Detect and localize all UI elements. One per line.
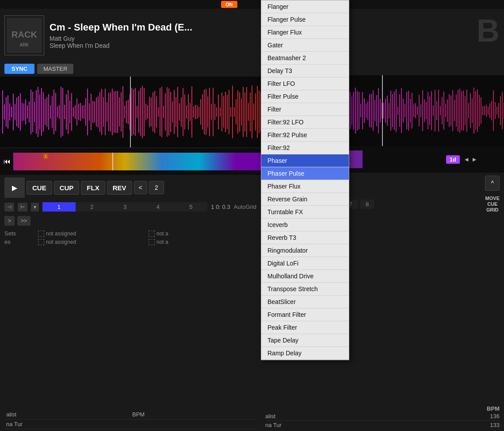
svg-rect-54 [89,103,90,120]
dropdown-item[interactable]: BeatSlicer [261,296,349,308]
dropdown-item[interactable]: Tape Delay [261,334,349,347]
svg-rect-76 [128,100,129,124]
sync-button[interactable]: SYNC [4,64,34,74]
svg-rect-75 [126,101,127,123]
dropdown-item[interactable]: Delay T3 [261,65,349,77]
svg-rect-274 [475,91,476,130]
loop-back-button[interactable]: < [134,181,147,194]
svg-rect-225 [389,103,389,119]
table-cell-2: na Tur [4,420,256,428]
dropdown-item[interactable]: Gater [261,39,349,52]
beat-down-button[interactable]: ▾ [31,203,39,212]
dropdown-item[interactable]: Mulholland Drive [261,270,349,283]
dropdown-item[interactable]: Formant Filter [261,308,349,321]
caret-up-button[interactable]: ^ [485,176,500,191]
dropdown-item[interactable]: Transpose Stretch [261,283,349,296]
master-button[interactable]: MASTER [37,64,73,74]
dropdown-item[interactable]: Filter [261,103,349,116]
svg-rect-120 [206,89,206,135]
play-button[interactable]: ▶ [4,177,25,198]
svg-rect-287 [498,103,499,118]
beat-prev-button[interactable]: ⊣ [4,203,14,212]
cue-button[interactable]: CUE [27,181,52,195]
table-bpm-1: BPM [130,411,256,418]
dropdown-item[interactable]: Reverb T3 [261,231,349,244]
dropdown-item[interactable]: Filter Pulse [261,90,349,103]
svg-rect-84 [142,86,143,139]
dropdown-item[interactable]: Filter LFO [261,77,349,90]
left-waveform [0,77,261,147]
svg-rect-285 [495,102,496,119]
svg-rect-50 [82,105,83,118]
svg-rect-92 [156,96,157,127]
svg-rect-83 [140,88,141,136]
dropdown-item[interactable]: Phaser Pulse [261,167,349,180]
cup-button[interactable]: CUP [54,181,80,195]
dropdown-item[interactable]: Ringmodulator [261,244,349,257]
beat-4: 4 [141,202,175,212]
svg-rect-239 [413,104,414,117]
table-cell-1: alist [4,411,130,418]
dropdown-item[interactable]: Phaser Flux [261,180,349,193]
svg-rect-51 [84,105,84,119]
expand-single-button[interactable]: > [4,216,15,226]
fx-dropdown-menu[interactable]: FlangerFlanger PulseFlanger FluxGaterBea… [261,0,349,360]
svg-rect-277 [481,97,481,124]
dropdown-item[interactable]: Flanger Flux [261,26,349,39]
dropdown-item[interactable]: Filter:92 [261,142,349,154]
dropdown-item[interactable]: Peak Filter [261,321,349,334]
dropdown-item[interactable]: Beatmasher 2 [261,52,349,65]
svg-rect-226 [390,91,391,131]
svg-rect-99 [168,89,169,135]
svg-rect-266 [461,91,462,130]
svg-rect-281 [488,107,489,115]
dropdown-item[interactable]: Digital LoFi [261,257,349,270]
svg-rect-224 [387,96,388,126]
svg-rect-216 [373,90,374,131]
loop-prev-button[interactable]: ◄ [463,156,470,163]
svg-rect-126 [216,107,217,116]
svg-rect-275 [477,89,478,132]
svg-rect-279 [484,106,485,115]
svg-rect-125 [214,104,215,120]
move-cue-grid-label: MOVE CUE GRID [485,196,500,213]
svg-rect-60 [99,92,100,132]
on-toggle[interactable]: ON [221,1,237,8]
rev-button[interactable]: REV [107,181,132,195]
svg-rect-251 [435,90,435,131]
svg-rect-11 [13,93,14,130]
svg-rect-17 [23,104,24,120]
expand-double-button[interactable]: >> [17,216,31,226]
svg-rect-66 [110,92,111,132]
svg-rect-91 [154,91,155,133]
dropdown-item[interactable]: Reverse Grain [261,193,349,206]
svg-rect-124 [213,88,214,136]
dropdown-item[interactable]: Iceverb [261,219,349,231]
dropdown-item[interactable]: Flanger [261,0,349,13]
svg-rect-263 [456,95,457,127]
left-bottom-slots: Sets not assigned not a es not assigned [0,228,261,408]
svg-rect-244 [422,90,423,131]
dropdown-item[interactable]: Ramp Delay [261,347,349,360]
loop-size-button[interactable]: 2 [149,181,164,194]
svg-rect-242 [419,95,420,126]
flx-button[interactable]: FLX [81,181,105,195]
beat-next-button[interactable]: ⊢ [18,203,27,212]
dropdown-item[interactable]: Phaser [261,154,349,167]
dropdown-item[interactable]: Flanger Pulse [261,13,349,26]
svg-rect-41 [66,94,67,129]
svg-rect-101 [172,101,173,123]
svg-rect-131 [225,92,226,132]
track-details: Cm - Sleep When I'm Dead (E... Matt Guy … [50,22,256,49]
beatgrid-numbers: 1 2 3 4 5 [42,202,207,212]
bottom-table: alist BPM na Tur [0,408,261,431]
back-to-start-button[interactable]: ⏮ [4,158,11,165]
svg-rect-247 [428,92,428,130]
svg-rect-204 [351,96,352,125]
dropdown-item[interactable]: Filter:92 LFO [261,116,349,129]
dropdown-item[interactable]: Filter:92 Pulse [261,129,349,142]
svg-rect-87 [147,105,148,119]
dropdown-item[interactable]: Turntable FX [261,206,349,219]
loop-next-button[interactable]: ► [471,156,477,163]
svg-rect-255 [442,97,443,124]
